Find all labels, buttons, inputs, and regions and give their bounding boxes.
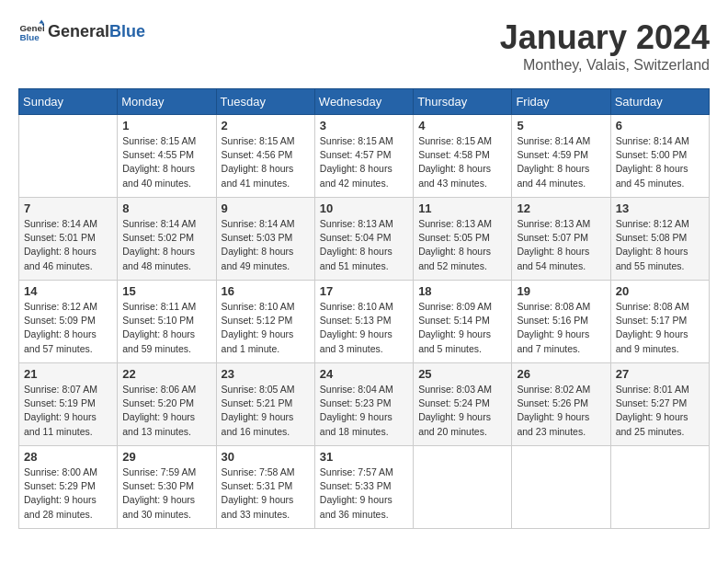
day-info: Sunrise: 8:15 AM Sunset: 4:58 PM Dayligh… <box>418 134 506 190</box>
day-cell: 20Sunrise: 8:08 AM Sunset: 5:17 PM Dayli… <box>610 281 709 363</box>
day-cell: 1Sunrise: 8:15 AM Sunset: 4:55 PM Daylig… <box>118 115 216 198</box>
weekday-header-sunday: Sunday <box>19 89 118 115</box>
month-title: January 2024 <box>500 18 710 57</box>
day-cell: 22Sunrise: 8:06 AM Sunset: 5:20 PM Dayli… <box>118 363 216 446</box>
day-cell: 9Sunrise: 8:14 AM Sunset: 5:03 PM Daylig… <box>216 198 314 281</box>
calendar-table: SundayMondayTuesdayWednesdayThursdayFrid… <box>18 88 710 529</box>
day-number: 21 <box>24 367 112 381</box>
day-number: 5 <box>517 119 605 132</box>
day-info: Sunrise: 8:05 AM Sunset: 5:21 PM Dayligh… <box>222 383 310 439</box>
day-cell <box>512 446 610 529</box>
day-number: 29 <box>122 450 210 464</box>
weekday-header-saturday: Saturday <box>610 89 709 115</box>
day-cell: 17Sunrise: 8:10 AM Sunset: 5:13 PM Dayli… <box>314 281 413 363</box>
day-cell: 28Sunrise: 8:00 AM Sunset: 5:29 PM Dayli… <box>19 446 118 529</box>
week-row-5: 28Sunrise: 8:00 AM Sunset: 5:29 PM Dayli… <box>19 446 710 529</box>
day-cell <box>19 115 118 198</box>
day-info: Sunrise: 7:59 AM Sunset: 5:30 PM Dayligh… <box>122 465 210 522</box>
day-info: Sunrise: 8:09 AM Sunset: 5:14 PM Dayligh… <box>418 300 506 356</box>
day-cell: 24Sunrise: 8:04 AM Sunset: 5:23 PM Dayli… <box>314 363 413 446</box>
day-info: Sunrise: 8:00 AM Sunset: 5:29 PM Dayligh… <box>24 465 112 522</box>
day-number: 10 <box>320 201 408 215</box>
day-info: Sunrise: 8:01 AM Sunset: 5:27 PM Dayligh… <box>616 383 704 439</box>
day-info: Sunrise: 8:14 AM Sunset: 4:59 PM Dayligh… <box>517 134 605 190</box>
header: General Blue General Blue January 2024 M… <box>18 18 710 74</box>
svg-text:Blue: Blue <box>19 32 40 42</box>
day-number: 6 <box>616 119 704 132</box>
day-cell: 14Sunrise: 8:12 AM Sunset: 5:09 PM Dayli… <box>19 281 118 363</box>
day-cell: 12Sunrise: 8:13 AM Sunset: 5:07 PM Dayli… <box>512 198 610 281</box>
logo-icon: General Blue <box>18 18 44 44</box>
day-cell: 23Sunrise: 8:05 AM Sunset: 5:21 PM Dayli… <box>216 363 314 446</box>
day-number: 26 <box>517 367 605 381</box>
day-info: Sunrise: 8:15 AM Sunset: 4:57 PM Dayligh… <box>320 134 408 190</box>
day-info: Sunrise: 8:14 AM Sunset: 5:01 PM Dayligh… <box>24 217 112 273</box>
day-number: 7 <box>24 201 112 215</box>
logo: General Blue General Blue <box>18 18 145 44</box>
week-row-3: 14Sunrise: 8:12 AM Sunset: 5:09 PM Dayli… <box>19 281 710 363</box>
day-cell: 2Sunrise: 8:15 AM Sunset: 4:56 PM Daylig… <box>216 115 314 198</box>
day-info: Sunrise: 8:14 AM Sunset: 5:02 PM Dayligh… <box>122 217 210 273</box>
day-info: Sunrise: 8:08 AM Sunset: 5:17 PM Dayligh… <box>616 300 704 356</box>
day-number: 12 <box>517 201 605 215</box>
day-cell: 13Sunrise: 8:12 AM Sunset: 5:08 PM Dayli… <box>610 198 709 281</box>
day-cell: 7Sunrise: 8:14 AM Sunset: 5:01 PM Daylig… <box>19 198 118 281</box>
day-cell: 4Sunrise: 8:15 AM Sunset: 4:58 PM Daylig… <box>414 115 512 198</box>
day-cell: 21Sunrise: 8:07 AM Sunset: 5:19 PM Dayli… <box>19 363 118 446</box>
day-info: Sunrise: 8:14 AM Sunset: 5:00 PM Dayligh… <box>616 134 704 190</box>
day-info: Sunrise: 8:12 AM Sunset: 5:08 PM Dayligh… <box>616 217 704 273</box>
day-number: 4 <box>418 119 506 132</box>
day-number: 31 <box>320 450 408 464</box>
day-cell: 18Sunrise: 8:09 AM Sunset: 5:14 PM Dayli… <box>414 281 512 363</box>
day-number: 27 <box>616 367 704 381</box>
day-number: 3 <box>320 119 408 132</box>
day-info: Sunrise: 8:13 AM Sunset: 5:04 PM Dayligh… <box>320 217 408 273</box>
title-area: January 2024 Monthey, Valais, Switzerlan… <box>500 18 710 74</box>
location-subtitle: Monthey, Valais, Switzerland <box>500 57 710 74</box>
day-number: 30 <box>222 450 310 464</box>
day-number: 24 <box>320 367 408 381</box>
day-number: 1 <box>122 119 210 132</box>
day-number: 22 <box>122 367 210 381</box>
week-row-1: 1Sunrise: 8:15 AM Sunset: 4:55 PM Daylig… <box>19 115 710 198</box>
day-cell: 8Sunrise: 8:14 AM Sunset: 5:02 PM Daylig… <box>118 198 216 281</box>
day-number: 13 <box>616 201 704 215</box>
weekday-header-wednesday: Wednesday <box>314 89 413 115</box>
day-number: 17 <box>320 284 408 298</box>
day-cell <box>610 446 709 529</box>
day-cell: 29Sunrise: 7:59 AM Sunset: 5:30 PM Dayli… <box>118 446 216 529</box>
day-number: 23 <box>222 367 310 381</box>
day-number: 15 <box>122 284 210 298</box>
day-number: 18 <box>418 284 506 298</box>
day-cell: 10Sunrise: 8:13 AM Sunset: 5:04 PM Dayli… <box>314 198 413 281</box>
day-cell: 5Sunrise: 8:14 AM Sunset: 4:59 PM Daylig… <box>512 115 610 198</box>
day-cell: 31Sunrise: 7:57 AM Sunset: 5:33 PM Dayli… <box>314 446 413 529</box>
day-cell: 16Sunrise: 8:10 AM Sunset: 5:12 PM Dayli… <box>216 281 314 363</box>
day-number: 8 <box>122 201 210 215</box>
day-info: Sunrise: 8:15 AM Sunset: 4:56 PM Dayligh… <box>222 134 310 190</box>
weekday-header-friday: Friday <box>512 89 610 115</box>
day-number: 20 <box>616 284 704 298</box>
weekday-header-thursday: Thursday <box>414 89 512 115</box>
weekday-header-tuesday: Tuesday <box>216 89 314 115</box>
day-cell: 25Sunrise: 8:03 AM Sunset: 5:24 PM Dayli… <box>414 363 512 446</box>
day-info: Sunrise: 8:13 AM Sunset: 5:07 PM Dayligh… <box>517 217 605 273</box>
day-number: 9 <box>222 201 310 215</box>
day-info: Sunrise: 8:10 AM Sunset: 5:12 PM Dayligh… <box>222 300 310 356</box>
svg-marker-2 <box>39 19 44 23</box>
day-number: 28 <box>24 450 112 464</box>
day-info: Sunrise: 8:14 AM Sunset: 5:03 PM Dayligh… <box>222 217 310 273</box>
day-number: 2 <box>222 119 310 132</box>
day-cell: 3Sunrise: 8:15 AM Sunset: 4:57 PM Daylig… <box>314 115 413 198</box>
logo-general-text: General <box>48 22 109 41</box>
day-cell: 15Sunrise: 8:11 AM Sunset: 5:10 PM Dayli… <box>118 281 216 363</box>
day-number: 14 <box>24 284 112 298</box>
day-cell <box>414 446 512 529</box>
day-number: 25 <box>418 367 506 381</box>
day-info: Sunrise: 8:08 AM Sunset: 5:16 PM Dayligh… <box>517 300 605 356</box>
day-info: Sunrise: 8:03 AM Sunset: 5:24 PM Dayligh… <box>418 383 506 439</box>
weekday-header-row: SundayMondayTuesdayWednesdayThursdayFrid… <box>19 89 710 115</box>
logo-blue-text: Blue <box>109 22 145 41</box>
day-cell: 30Sunrise: 7:58 AM Sunset: 5:31 PM Dayli… <box>216 446 314 529</box>
day-info: Sunrise: 8:10 AM Sunset: 5:13 PM Dayligh… <box>320 300 408 356</box>
